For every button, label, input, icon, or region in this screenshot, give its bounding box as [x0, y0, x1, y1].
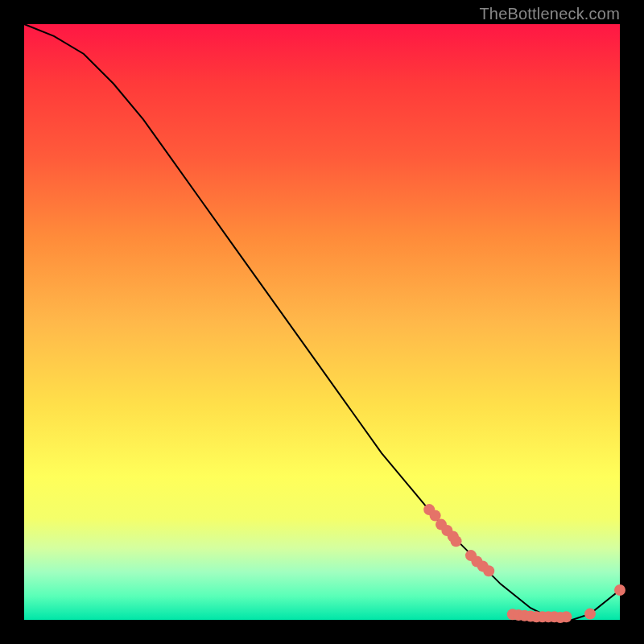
data-markers — [423, 504, 625, 623]
data-marker — [584, 609, 596, 620]
data-marker — [483, 565, 494, 576]
bottleneck-curve — [24, 24, 620, 620]
data-marker — [614, 584, 625, 596]
watermark-text: TheBottleneck.com — [479, 5, 620, 23]
data-marker — [451, 535, 462, 547]
data-marker — [560, 611, 572, 622]
curve-layer — [24, 24, 620, 620]
